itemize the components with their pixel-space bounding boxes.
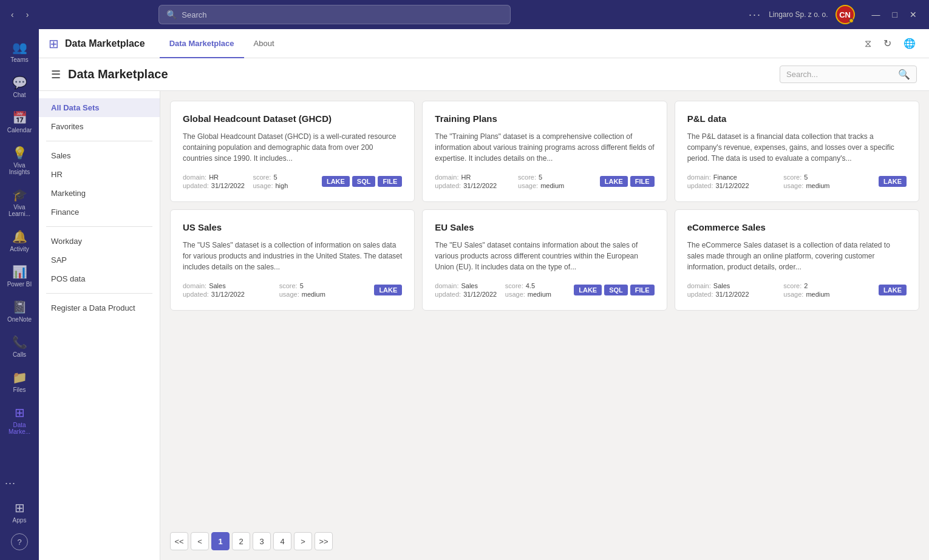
score-value: 5 xyxy=(300,282,304,289)
forward-button[interactable]: › xyxy=(22,7,33,22)
nav-item-finance[interactable]: Finance xyxy=(39,203,160,221)
pagination-next[interactable]: > xyxy=(294,532,312,550)
page-area: ☰ Data Marketplace 🔍 All Data Sets Favor… xyxy=(39,58,929,560)
nav-divider-3 xyxy=(46,293,152,294)
sidebar-item-activity[interactable]: 🔔 Activity xyxy=(2,224,36,257)
sidebar-item-data-marketplace[interactable]: ⊞ Data Marke... xyxy=(2,400,36,440)
sidebar-item-chat[interactable]: 💬 Chat xyxy=(2,70,36,103)
card-domain-row: domain: Sales xyxy=(183,282,278,289)
nav-item-marketing[interactable]: Marketing xyxy=(39,184,160,203)
nav-item-sap[interactable]: SAP xyxy=(39,251,160,269)
sidebar-item-files[interactable]: 📁 Files xyxy=(2,365,36,398)
refresh-button[interactable]: ↻ xyxy=(880,35,895,52)
domain-value: Finance xyxy=(713,174,737,181)
sidebar-item-onenote[interactable]: 📓 OneNote xyxy=(2,295,36,328)
domain-value: HR xyxy=(461,174,471,181)
card-badges: LAKESQLFILE xyxy=(322,176,402,187)
page-search-input[interactable] xyxy=(786,70,896,79)
nav-item-register[interactable]: Register a Data Product xyxy=(39,299,160,317)
app-header-right: ⧖ ↻ 🌐 xyxy=(861,35,919,52)
card-badges: LAKE xyxy=(879,285,907,295)
nav-item-all-data-sets[interactable]: All Data Sets xyxy=(39,98,160,117)
badge-file: FILE xyxy=(630,285,655,295)
updated-label: updated: xyxy=(183,291,209,298)
tab-data-marketplace[interactable]: Data Marketplace xyxy=(160,30,244,58)
nav-item-hr[interactable]: HR xyxy=(39,165,160,184)
nav-item-favorites[interactable]: Favorites xyxy=(39,117,160,136)
updated-value: 31/12/2022 xyxy=(715,182,749,189)
score-label: score: xyxy=(279,282,298,289)
nav-divider xyxy=(46,141,152,141)
card-description: The P&L dataset is a financial data coll… xyxy=(687,131,907,164)
pagination-last[interactable]: >> xyxy=(315,532,333,550)
card-domain-row: domain: HR xyxy=(183,174,251,181)
calendar-icon: 📅 xyxy=(12,110,27,125)
card-ecommerce-sales[interactable]: eCommerce Sales The eCommerce Sales data… xyxy=(675,209,919,311)
page-search[interactable]: 🔍 xyxy=(780,66,917,83)
tab-about[interactable]: About xyxy=(244,30,284,58)
card-us-sales[interactable]: US Sales The "US Sales" dataset is a col… xyxy=(170,209,415,311)
sidebar-item-viva-learning[interactable]: 🎓 Viva Learni... xyxy=(2,183,36,222)
card-updated-row: updated: 31/12/2022 xyxy=(183,182,251,189)
card-badges: LAKESQLFILE xyxy=(574,285,654,295)
usage-label: usage: xyxy=(783,182,803,189)
pagination-page-1[interactable]: 1 xyxy=(211,532,230,550)
nav-item-pos-data[interactable]: POS data xyxy=(39,269,160,288)
pagination-page-4[interactable]: 4 xyxy=(273,532,291,550)
card-eu-sales[interactable]: EU Sales The "EU Sales" dataset contains… xyxy=(422,209,667,311)
badge-lake: LAKE xyxy=(574,285,602,295)
back-button[interactable]: ‹ xyxy=(7,7,18,22)
card-description: The eCommerce Sales dataset is a collect… xyxy=(687,240,907,272)
score-value: 4.5 xyxy=(526,282,535,289)
card-title: Global Headcount Dataset (GHCD) xyxy=(183,113,402,124)
card-score-row: score: 4.5 xyxy=(505,282,574,289)
global-search[interactable]: 🔍 xyxy=(158,5,511,24)
domain-label: domain: xyxy=(687,174,711,181)
card-training-plans[interactable]: Training Plans The "Training Plans" data… xyxy=(422,101,667,202)
hamburger-menu[interactable]: ☰ xyxy=(51,68,61,81)
body-area: All Data Sets Favorites Sales HR Marketi… xyxy=(39,91,929,560)
global-search-input[interactable] xyxy=(182,10,503,19)
card-ghcd[interactable]: Global Headcount Dataset (GHCD) The Glob… xyxy=(170,101,415,202)
monitor-button[interactable]: ⧖ xyxy=(861,35,875,52)
sidebar-bottom: ··· ⊞ Apps ? xyxy=(0,472,39,555)
activity-icon: 🔔 xyxy=(12,229,27,244)
card-domain-row: domain: Finance xyxy=(687,174,783,181)
sidebar-item-viva-insights[interactable]: 💡 Viva Insights xyxy=(2,141,36,180)
calls-icon: 📞 xyxy=(12,335,27,349)
pagination-first[interactable]: << xyxy=(170,532,188,550)
search-icon: 🔍 xyxy=(166,10,177,19)
card-meta: domain: HR score: 5 updated: 31/12/2022 … xyxy=(183,174,402,189)
domain-value: Sales xyxy=(713,282,730,289)
help-button[interactable]: ? xyxy=(11,533,28,550)
more-options-button[interactable]: ··· xyxy=(749,8,761,21)
close-button[interactable]: ✕ xyxy=(905,7,922,22)
nav-item-sales[interactable]: Sales xyxy=(39,146,160,165)
sidebar-item-apps[interactable]: ⊞ Apps xyxy=(2,496,36,528)
updated-value: 31/12/2022 xyxy=(211,182,245,189)
sidebar-item-label: Chat xyxy=(13,92,26,98)
badge-file: FILE xyxy=(378,176,402,187)
pagination-page-2[interactable]: 2 xyxy=(232,532,250,550)
nav-item-workday[interactable]: Workday xyxy=(39,232,160,251)
card-pl-data[interactable]: P&L data The P&L dataset is a financial … xyxy=(675,101,919,202)
domain-label: domain: xyxy=(435,282,458,289)
card-updated-row: updated: 31/12/2022 xyxy=(435,291,503,298)
sidebar-item-power-bi[interactable]: 📊 Power BI xyxy=(2,260,36,292)
pagination-prev[interactable]: < xyxy=(191,532,209,550)
maximize-button[interactable]: □ xyxy=(888,7,902,22)
updated-value: 31/12/2022 xyxy=(463,291,497,298)
sidebar-more-button[interactable]: ··· xyxy=(0,472,39,494)
card-meta-info: domain: HR score: 5 updated: 31/12/2022 … xyxy=(183,174,322,189)
avatar[interactable]: CN xyxy=(835,5,855,24)
app-icon: ⊞ xyxy=(49,36,59,51)
minimize-button[interactable]: — xyxy=(867,7,885,22)
sidebar-item-teams[interactable]: 👥 Teams xyxy=(2,35,36,68)
sidebar-item-label: Files xyxy=(13,386,26,393)
usage-value: medium xyxy=(540,182,564,189)
sidebar-item-calls[interactable]: 📞 Calls xyxy=(2,330,36,363)
globe-button[interactable]: 🌐 xyxy=(900,35,919,52)
sidebar-item-calendar[interactable]: 📅 Calendar xyxy=(2,106,36,138)
card-title: P&L data xyxy=(687,113,907,124)
pagination-page-3[interactable]: 3 xyxy=(253,532,271,550)
